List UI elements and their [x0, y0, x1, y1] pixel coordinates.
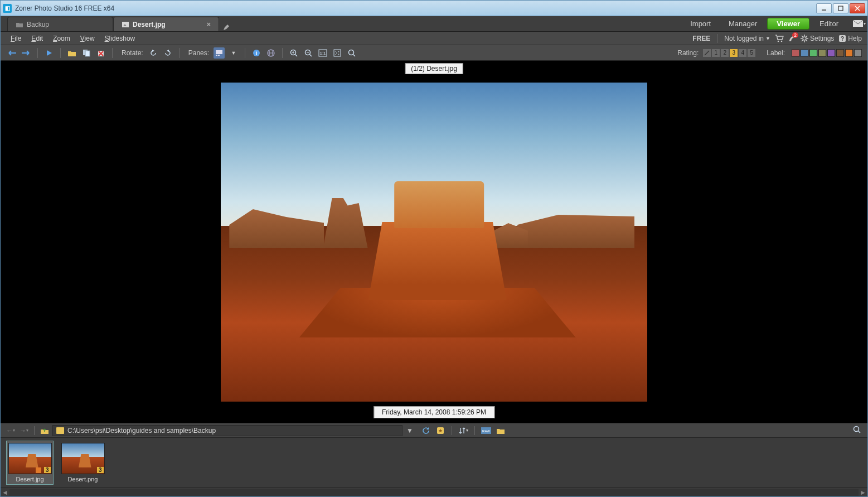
color-label-1[interactable]	[801, 49, 808, 57]
app-icon: ◧	[3, 4, 12, 13]
refresh-button[interactable]	[420, 425, 431, 436]
color-label-3[interactable]	[818, 49, 826, 57]
scroll-left-button[interactable]: ◄	[1, 489, 9, 496]
filter-raw-button[interactable]: RAW	[481, 425, 492, 436]
nav-up-button[interactable]	[39, 425, 50, 436]
window-maximize-button[interactable]	[833, 3, 848, 13]
menu-slideshow[interactable]: Slideshow	[100, 33, 140, 44]
color-label-4[interactable]	[827, 49, 835, 57]
color-label-2[interactable]	[809, 49, 817, 57]
svg-rect-30	[216, 55, 217, 56]
sort-button[interactable]: ▾	[458, 425, 469, 436]
zoom-out-button[interactable]	[303, 47, 314, 59]
mode-switcher: Import Manager Viewer Editor	[681, 16, 851, 31]
zoom-lock-button[interactable]	[346, 47, 357, 59]
color-label-6[interactable]	[845, 49, 853, 57]
tab-backup[interactable]: Backup	[7, 17, 113, 31]
zoom-fit-button[interactable]	[332, 47, 343, 59]
delete-button[interactable]	[95, 47, 106, 59]
rating-2[interactable]: 2	[721, 49, 729, 57]
folder-icon	[16, 21, 23, 28]
settings-button[interactable]: Settings	[801, 35, 834, 42]
tabs-row: Backup Desert.jpg × Import Manager Viewe…	[1, 16, 867, 32]
pane-dropdown-button[interactable]: ▼	[228, 47, 239, 59]
image-icon	[122, 21, 129, 28]
svg-line-49	[705, 51, 709, 55]
path-dropdown-button[interactable]: ▼	[405, 427, 415, 435]
rating-1[interactable]: 1	[712, 49, 720, 57]
zoom-100-button[interactable]: 1:1	[317, 47, 328, 59]
filmstrip-zoom-button[interactable]	[853, 426, 863, 436]
menu-edit[interactable]: Edit	[27, 33, 47, 44]
menu-file[interactable]: File	[6, 33, 26, 44]
svg-rect-1	[838, 6, 843, 11]
zoom-in-button[interactable]	[288, 47, 299, 59]
color-label-0[interactable]	[792, 49, 799, 57]
notif-count: 2	[792, 32, 798, 38]
menu-bar: File Edit Zoom View Slideshow FREE Not l…	[1, 32, 867, 45]
image-index-caption: (1/2) Desert.jpg	[405, 63, 463, 74]
login-dropdown[interactable]: Not logged in ▼	[724, 35, 770, 42]
rotate-right-button[interactable]	[162, 47, 173, 59]
menu-view[interactable]: View	[76, 33, 99, 44]
svg-rect-29	[216, 50, 222, 54]
play-slideshow-button[interactable]	[43, 47, 55, 59]
image-viewport[interactable]: (1/2) Desert.jpg Friday, March 14, 2008 …	[1, 61, 867, 423]
rating-4[interactable]: 4	[739, 49, 746, 57]
svg-rect-31	[218, 55, 220, 56]
quick-edit-button[interactable]	[219, 23, 234, 31]
svg-text:i: i	[256, 50, 258, 56]
nav-forward-button[interactable]: →▾	[18, 425, 30, 436]
color-label-5[interactable]	[836, 49, 844, 57]
window-titlebar: ◧ Zoner Photo Studio 16 FREE x64	[1, 1, 867, 16]
svg-line-48	[353, 54, 356, 56]
mode-manager[interactable]: Manager	[720, 16, 766, 31]
feed-button[interactable]: 2	[788, 35, 796, 42]
nav-back-button[interactable]: ←▾	[5, 425, 16, 436]
filmstrip-scrollbar[interactable]: ◄ ►	[1, 488, 867, 496]
toolbar: Rotate: Panes: ▼ i 1:1 Rating: 1 2 3	[1, 45, 867, 61]
mode-editor[interactable]: Editor	[811, 16, 847, 31]
pane-thumbnails-button[interactable]	[214, 47, 225, 59]
scroll-track[interactable]	[9, 489, 859, 496]
open-button[interactable]	[66, 47, 77, 59]
window-minimize-button[interactable]	[816, 3, 832, 13]
mode-import[interactable]: Import	[681, 16, 720, 31]
globe-button[interactable]	[265, 47, 277, 59]
help-icon: ?	[838, 35, 846, 42]
thumbnail-desert-jpg[interactable]: 3 Desert.jpg	[6, 441, 54, 485]
tab-desert[interactable]: Desert.jpg ×	[113, 17, 219, 31]
filter-folder-button[interactable]	[495, 425, 506, 436]
rating-3[interactable]: 3	[730, 49, 738, 57]
window-close-button[interactable]	[850, 3, 865, 13]
svg-point-47	[349, 50, 354, 55]
path-bar: ←▾ →▾ C:\Users\psi\Desktop\guides and sa…	[1, 423, 867, 437]
label-label: Label:	[767, 49, 785, 57]
cart-button[interactable]	[775, 35, 784, 42]
svg-text:1:1: 1:1	[320, 51, 327, 56]
scroll-right-button[interactable]: ►	[859, 489, 867, 496]
help-button[interactable]: ? Help	[838, 35, 862, 42]
tab-close-icon[interactable]: ×	[206, 20, 211, 28]
prev-image-button[interactable]	[6, 47, 17, 59]
menu-zoom[interactable]: Zoom	[49, 33, 75, 44]
thumbnail-desert-png[interactable]: 3 Desert.png	[59, 443, 106, 482]
rating-5[interactable]: 5	[748, 49, 755, 57]
copy-button[interactable]	[81, 47, 92, 59]
svg-line-17	[806, 36, 807, 37]
next-image-button[interactable]	[21, 47, 32, 59]
settings-label: Settings	[810, 35, 834, 42]
messages-button[interactable]: ▾	[851, 16, 867, 31]
favorites-button[interactable]: ★	[435, 425, 446, 436]
mode-viewer[interactable]: Viewer	[767, 18, 809, 30]
color-label-7[interactable]	[854, 49, 862, 57]
rating-clear[interactable]	[703, 49, 711, 57]
thumb-color-label-icon	[36, 467, 41, 473]
rotate-left-button[interactable]	[148, 47, 159, 59]
gear-icon	[801, 35, 808, 42]
info-button[interactable]: i	[251, 47, 262, 59]
svg-rect-4	[122, 22, 129, 27]
thumb-rating-badge: 3	[44, 467, 51, 473]
path-field[interactable]: C:\Users\psi\Desktop\guides and samples\…	[52, 425, 403, 436]
panes-label: Panes:	[188, 49, 209, 57]
